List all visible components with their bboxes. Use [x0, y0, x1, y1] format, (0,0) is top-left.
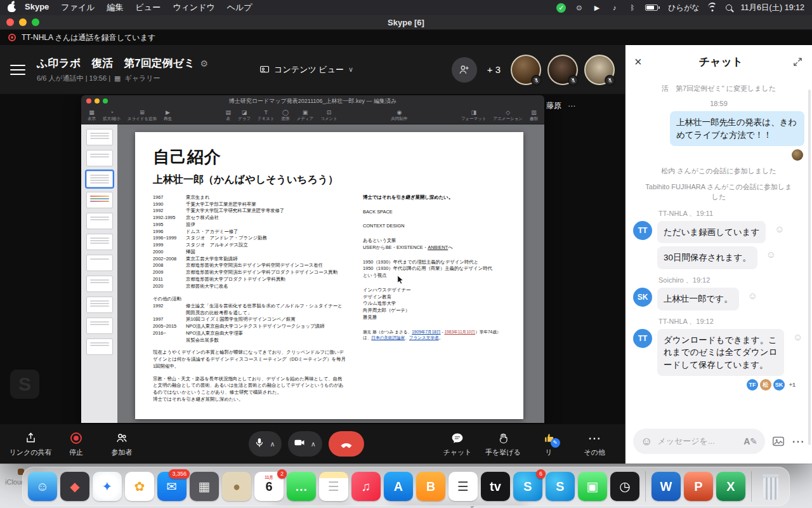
- tile-more-icon[interactable]: ⋯: [568, 102, 575, 110]
- add-participant-button[interactable]: [452, 57, 477, 83]
- chat-more-icon[interactable]: ⋯: [792, 438, 804, 445]
- slide-thumbnail-list[interactable]: [81, 124, 117, 423]
- call-title[interactable]: ふ印ラボ 復活 第7回定例ゼミ: [37, 56, 195, 70]
- dock-app-icon[interactable]: X: [716, 472, 745, 501]
- dock-app-icon[interactable]: S 6: [513, 472, 542, 501]
- apple-menu-icon[interactable]: [8, 4, 16, 12]
- dock-app-icon[interactable]: ◷: [610, 472, 639, 501]
- view-selector[interactable]: コンテンツ ビュー ∨: [259, 64, 353, 76]
- menu-item[interactable]: 編集: [107, 2, 124, 13]
- toolbar-button[interactable]: ◇アニメーション: [494, 110, 523, 121]
- menu-item[interactable]: ファイル: [61, 2, 95, 13]
- wifi-icon[interactable]: [707, 4, 717, 11]
- dock-app-icon[interactable]: …: [287, 472, 316, 501]
- avatar[interactable]: TT: [633, 221, 652, 240]
- participants-button[interactable]: 参加者: [99, 431, 145, 457]
- add-reaction-icon[interactable]: ☺: [775, 224, 784, 234]
- slide-thumbnail[interactable]: [86, 318, 113, 334]
- dock-app-icon[interactable]: ☰: [319, 472, 348, 501]
- play-icon[interactable]: ▶: [592, 3, 601, 13]
- toolbar-button[interactable]: ▥書類: [530, 110, 538, 121]
- toolbar-button[interactable]: ⊞スライドを追加: [128, 110, 157, 121]
- camera-button[interactable]: [293, 436, 306, 451]
- dock-app-icon[interactable]: 6 11月 2: [254, 472, 284, 501]
- chat-message[interactable]: 30日間保存されます。 ☺: [633, 246, 804, 269]
- dock-app-icon[interactable]: ✉ 3,356: [157, 472, 187, 501]
- dock-app-icon[interactable]: P: [684, 472, 713, 501]
- add-reaction-icon[interactable]: ☺: [766, 249, 776, 260]
- slide-thumbnail[interactable]: [86, 338, 113, 355]
- reaction-avatar[interactable]: 松: [760, 379, 771, 391]
- add-reaction-icon[interactable]: ☺: [793, 331, 802, 342]
- dock-app-icon[interactable]: ✦: [93, 472, 122, 501]
- expand-chat-icon[interactable]: [792, 57, 803, 67]
- chat-message[interactable]: TT ダウンロードもできます。これまでのゼミは全てダウンロードして保存しています…: [633, 329, 804, 377]
- trash-icon[interactable]: [757, 472, 784, 501]
- menu-item[interactable]: ウィンドウ: [173, 2, 215, 13]
- dock-app-icon[interactable]: ▣: [578, 472, 607, 501]
- dock-app-icon[interactable]: A: [384, 472, 413, 501]
- toolbar-button[interactable]: ◨フォーマット: [461, 110, 487, 121]
- raise-hand-button[interactable]: 手を挙げる: [480, 431, 526, 457]
- participant-avatar[interactable]: [584, 55, 615, 85]
- dock-app-icon[interactable]: ▦: [190, 472, 219, 501]
- reaction-avatar[interactable]: +1: [787, 379, 798, 391]
- toolbar-button[interactable]: ▣メディア: [297, 110, 314, 121]
- menu-item[interactable]: Skype: [25, 2, 49, 13]
- gallery-label[interactable]: ギャラリー: [124, 74, 160, 83]
- dock-app-icon[interactable]: B: [416, 472, 445, 501]
- toolbar-button[interactable]: Tテキスト: [258, 110, 275, 121]
- slide-thumbnail[interactable]: [86, 276, 113, 292]
- toolbar-button[interactable]: ◯図形: [282, 110, 290, 121]
- toolbar-button[interactable]: ⊡コメント: [320, 110, 337, 121]
- dock-app-icon[interactable]: ◆: [60, 472, 89, 501]
- dock-app-icon[interactable]: ♫: [351, 472, 381, 501]
- menu-item[interactable]: ビュー: [136, 2, 161, 13]
- status-ok-icon[interactable]: ✓: [556, 3, 566, 13]
- slide-thumbnail[interactable]: [86, 129, 113, 145]
- dock-app-icon[interactable]: ☰: [449, 472, 478, 501]
- chat-button[interactable]: チャット: [435, 431, 480, 457]
- toolbar-button[interactable]: ▤表: [226, 110, 232, 121]
- screen-record-icon[interactable]: ⊙: [574, 3, 584, 13]
- toolbar-button[interactable]: ◉共同制作: [391, 110, 407, 121]
- dock-app-icon[interactable]: ●: [222, 472, 251, 501]
- slide-thumbnail[interactable]: [86, 150, 113, 166]
- slide-thumbnail-selected[interactable]: [86, 171, 113, 187]
- chat-message[interactable]: SK 上林壮一郎です。 ☺: [633, 288, 804, 311]
- message-input[interactable]: ☺ メッセージを... A✎: [633, 429, 765, 454]
- avatar[interactable]: TT: [633, 329, 652, 348]
- stop-recording-button[interactable]: 停止: [53, 431, 99, 457]
- microphone-options-chevron[interactable]: ∧: [269, 440, 277, 448]
- participant-avatar[interactable]: [547, 55, 578, 85]
- reaction-avatar[interactable]: TF: [747, 379, 758, 391]
- menu-item[interactable]: ヘルプ: [227, 2, 252, 13]
- chat-message[interactable]: TT ただいま録画しています ☺: [633, 221, 804, 244]
- text-format-icon[interactable]: A✎: [743, 436, 757, 446]
- dock-app-icon[interactable]: ✿: [125, 472, 154, 501]
- end-call-button[interactable]: [329, 431, 364, 457]
- dock-app-icon[interactable]: ☺: [28, 472, 57, 501]
- bluetooth-icon[interactable]: ᛒ: [627, 3, 637, 13]
- spotlight-icon[interactable]: [726, 4, 732, 11]
- toolbar-button[interactable]: ▶再生: [164, 110, 172, 121]
- close-chat-icon[interactable]: ×: [634, 55, 650, 69]
- dock-app-icon[interactable]: S: [546, 472, 575, 501]
- call-settings-gear-icon[interactable]: ⚙: [200, 58, 208, 69]
- dock-app-icon[interactable]: W: [652, 472, 681, 501]
- dock-app-icon[interactable]: tv: [481, 472, 510, 501]
- slide-thumbnail[interactable]: [86, 213, 113, 229]
- toolbar-button[interactable]: ◪グラフ: [238, 110, 251, 121]
- chat-message-list[interactable]: 活 第7回定例ゼミ" に変更しました 18:59 上林壮一郎先生の発表は、きわめ…: [625, 78, 812, 424]
- toolbar-button[interactable]: ▦表示: [88, 110, 96, 121]
- battery-icon[interactable]: [645, 4, 660, 11]
- slide-thumbnail[interactable]: [86, 255, 113, 271]
- camera-options-chevron[interactable]: ∧: [310, 440, 317, 448]
- gallery-icon[interactable]: [771, 434, 785, 448]
- menubar-clock[interactable]: 11月6日(土) 19:12: [740, 3, 804, 13]
- emoji-picker-icon[interactable]: ☺: [641, 436, 652, 447]
- microphone-button[interactable]: [254, 437, 265, 451]
- chat-scrollbar[interactable]: [808, 90, 811, 445]
- reaction-avatar[interactable]: SK: [773, 379, 785, 391]
- toolbar-button[interactable]: ◔拡大/縮小: [103, 110, 121, 121]
